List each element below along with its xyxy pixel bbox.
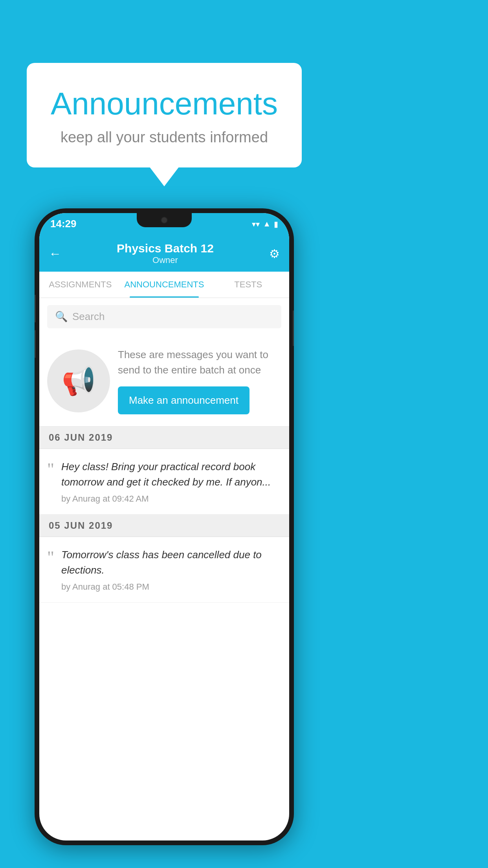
phone-mockup: 14:29 ▾▾ ▲ ▮ ← Physics Batch 12 Owner ⚙ …: [35, 208, 294, 845]
header-subtitle: Owner: [117, 255, 214, 265]
promo-description: These are messages you want to send to t…: [118, 347, 281, 378]
date-separator-2: 05 JUN 2019: [39, 515, 289, 537]
promo-right: These are messages you want to send to t…: [118, 347, 281, 414]
announcement-meta-2: by Anurag at 05:48 PM: [61, 582, 281, 592]
header-title: Physics Batch 12: [117, 242, 214, 255]
power-button: [293, 311, 294, 346]
camera: [161, 217, 168, 224]
search-bar-container: 🔍 Search: [39, 298, 289, 335]
vol-up-button: [35, 295, 36, 322]
search-placeholder: Search: [72, 311, 105, 323]
phone-screen: 14:29 ▾▾ ▲ ▮ ← Physics Batch 12 Owner ⚙ …: [39, 213, 289, 840]
announcement-item-1[interactable]: " Hey class! Bring your practical record…: [39, 449, 289, 515]
tab-announcements[interactable]: ANNOUNCEMENTS: [121, 272, 207, 298]
signal-icon: ▲: [263, 219, 271, 228]
status-icons: ▾▾ ▲ ▮: [252, 219, 278, 229]
phone-notch: [137, 213, 192, 227]
tab-bar: ASSIGNMENTS ANNOUNCEMENTS TESTS: [39, 272, 289, 298]
header-title-group: Physics Batch 12 Owner: [117, 242, 214, 265]
quote-icon-1: ": [47, 461, 54, 478]
back-button[interactable]: ←: [49, 246, 61, 261]
search-input-wrap[interactable]: 🔍 Search: [47, 305, 281, 328]
quote-icon-2: ": [47, 549, 54, 566]
megaphone-icon: 📢: [62, 365, 96, 397]
wifi-icon: ▾▾: [252, 219, 260, 229]
announcement-text-block-2: Tomorrow's class has been cancelled due …: [61, 547, 281, 592]
vol-down-button: [35, 330, 36, 358]
promo-icon-circle: 📢: [47, 349, 110, 412]
announcement-meta-1: by Anurag at 09:42 AM: [61, 494, 281, 504]
battery-icon: ▮: [274, 219, 278, 229]
search-icon: 🔍: [55, 311, 68, 323]
speech-bubble-subtitle: keep all your students informed: [46, 129, 282, 146]
announcement-text-block-1: Hey class! Bring your practical record b…: [61, 459, 281, 504]
announcement-message-2: Tomorrow's class has been cancelled due …: [61, 547, 281, 578]
date-separator-1: 06 JUN 2019: [39, 427, 289, 449]
announcement-item-2[interactable]: " Tomorrow's class has been cancelled du…: [39, 537, 289, 603]
tab-tests[interactable]: TESTS: [207, 272, 289, 298]
status-time: 14:29: [50, 218, 77, 230]
announcement-message-1: Hey class! Bring your practical record b…: [61, 459, 281, 490]
speech-bubble-title: Announcements: [46, 86, 282, 121]
tab-assignments[interactable]: ASSIGNMENTS: [39, 272, 121, 298]
make-announcement-button[interactable]: Make an announcement: [118, 386, 250, 414]
app-header: ← Physics Batch 12 Owner ⚙: [39, 235, 289, 272]
settings-icon[interactable]: ⚙: [269, 247, 280, 261]
speech-bubble: Announcements keep all your students inf…: [27, 63, 302, 167]
promo-section: 📢 These are messages you want to send to…: [39, 335, 289, 427]
